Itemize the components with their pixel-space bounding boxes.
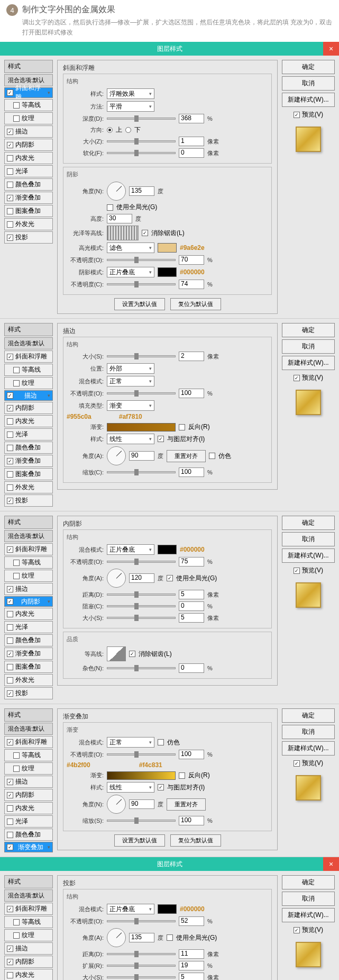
style-outer-glow[interactable]: 外发光 xyxy=(4,218,53,230)
ok-button[interactable]: 确定 xyxy=(282,516,335,530)
dir-up-radio[interactable] xyxy=(107,127,113,133)
angle-dial[interactable] xyxy=(107,446,126,465)
blend-options[interactable]: 混合选项:默认 xyxy=(4,337,53,349)
checkbox[interactable] xyxy=(7,182,13,188)
angle-dial[interactable] xyxy=(107,928,126,947)
style-inner-shadow[interactable]: 内阴影 xyxy=(4,789,53,801)
style-contour[interactable]: 等高线 xyxy=(4,99,53,111)
ok-button[interactable]: 确定 xyxy=(282,875,335,889)
global-light-checkbox[interactable] xyxy=(167,934,173,941)
style-inner-shadow[interactable]: 内阴影 xyxy=(4,139,53,151)
style-drop-shadow[interactable]: 投影 xyxy=(4,687,53,699)
opacity-input[interactable]: 75 xyxy=(179,557,204,567)
noise-input[interactable]: 0 xyxy=(179,663,204,673)
opacity-input[interactable]: 100 xyxy=(179,750,204,759)
close-icon[interactable]: × xyxy=(323,857,339,871)
checkbox[interactable] xyxy=(7,168,13,175)
dither-checkbox[interactable] xyxy=(158,739,164,745)
global-light-checkbox[interactable] xyxy=(167,575,173,581)
align-layer-checkbox[interactable] xyxy=(158,784,164,790)
dir-down-radio[interactable] xyxy=(125,127,131,133)
angle-dial[interactable] xyxy=(107,182,126,201)
shadow-mode-select[interactable]: 正片叠底 xyxy=(107,267,154,277)
style-grad-overlay[interactable]: 渐变叠加 xyxy=(4,648,53,660)
depth-slider[interactable] xyxy=(107,118,176,120)
style-grad-overlay[interactable]: 渐变叠加 xyxy=(4,192,53,204)
global-light-checkbox[interactable] xyxy=(107,204,113,211)
style-texture[interactable]: 纹理 xyxy=(4,570,53,582)
style-bevel[interactable]: 斜面和浮雕 xyxy=(4,903,53,915)
distance-slider[interactable] xyxy=(107,594,176,596)
style-satin[interactable]: 光泽 xyxy=(4,621,53,633)
opacity-slider[interactable] xyxy=(107,753,176,756)
position-select[interactable]: 外部 xyxy=(107,363,154,374)
style-inner-glow[interactable]: 内发光 xyxy=(4,802,53,814)
checkbox[interactable] xyxy=(13,102,20,109)
style-bevel[interactable]: 斜面和浮雕 xyxy=(4,736,53,748)
style-inner-glow[interactable]: 内发光 xyxy=(4,415,53,427)
blend-options[interactable]: 混合选项:默认 xyxy=(4,889,53,902)
blend-mode-select[interactable]: 正常 xyxy=(107,376,154,386)
cancel-button[interactable]: 取消 xyxy=(282,892,335,906)
preview-checkbox[interactable] xyxy=(294,112,300,118)
opacity-input[interactable]: 100 xyxy=(179,389,204,398)
checkbox[interactable] xyxy=(7,195,13,201)
style-patt-overlay[interactable]: 图案叠加 xyxy=(4,205,53,217)
style-outer-glow[interactable]: 外发光 xyxy=(4,481,53,493)
style-texture[interactable]: 纹理 xyxy=(4,377,53,389)
style-bevel[interactable]: 斜面和浮雕 xyxy=(4,87,53,98)
style-satin[interactable]: 光泽 xyxy=(4,428,53,440)
scale-input[interactable]: 100 xyxy=(179,816,204,825)
set-default-button[interactable]: 设置为默认值 xyxy=(114,834,165,847)
angle-dial[interactable] xyxy=(107,569,126,588)
gloss-contour[interactable] xyxy=(107,226,139,240)
cancel-button[interactable]: 取消 xyxy=(282,339,335,354)
new-style-button[interactable]: 新建样式(W)... xyxy=(282,908,335,922)
style-stroke[interactable]: 描边 xyxy=(4,583,53,595)
blend-mode-select[interactable]: 正片叠底 xyxy=(107,544,154,555)
dither-checkbox[interactable] xyxy=(209,453,215,459)
preview-checkbox[interactable] xyxy=(294,760,300,767)
shadow-color[interactable] xyxy=(158,267,177,277)
soften-input[interactable]: 0 xyxy=(179,148,204,158)
close-icon[interactable]: × xyxy=(323,42,339,56)
checkbox[interactable] xyxy=(7,89,13,96)
choke-slider[interactable] xyxy=(107,605,176,607)
antialias-checkbox[interactable] xyxy=(142,230,148,236)
style-texture[interactable]: 纹理 xyxy=(4,762,53,775)
cancel-button[interactable]: 取消 xyxy=(282,532,335,546)
style-inner-shadow[interactable]: 内阴影 xyxy=(4,402,53,414)
grad-style-select[interactable]: 线性 xyxy=(107,782,154,793)
opacity-slider[interactable] xyxy=(107,561,176,563)
cancel-button[interactable]: 取消 xyxy=(282,725,335,739)
style-stroke[interactable]: 描边 xyxy=(4,776,53,788)
size-input[interactable]: 1 xyxy=(179,137,204,146)
technique-select[interactable]: 平滑 xyxy=(107,101,154,112)
style-patt-overlay[interactable]: 图案叠加 xyxy=(4,468,53,480)
new-style-button[interactable]: 新建样式(W)... xyxy=(282,356,335,370)
highlight-opacity-slider[interactable] xyxy=(107,259,176,261)
style-contour[interactable]: 等高线 xyxy=(4,364,53,376)
style-contour[interactable]: 等高线 xyxy=(4,556,53,569)
preview-checkbox[interactable] xyxy=(294,568,300,574)
style-contour[interactable]: 等高线 xyxy=(4,749,53,761)
style-stroke[interactable]: 描边 xyxy=(4,942,53,955)
style-grad-overlay[interactable]: 渐变叠加 xyxy=(4,455,53,467)
soften-slider[interactable] xyxy=(107,152,176,154)
style-color-overlay[interactable]: 颜色叠加 xyxy=(4,829,53,841)
reset-align-button[interactable]: 重置对齐 xyxy=(167,798,206,811)
angle-input[interactable]: 120 xyxy=(129,573,154,583)
depth-input[interactable]: 368 xyxy=(179,114,204,123)
highlight-mode-select[interactable]: 滤色 xyxy=(107,242,154,253)
style-stroke[interactable]: 描边 xyxy=(4,125,53,138)
style-inner-shadow[interactable]: 内阴影 xyxy=(4,956,53,968)
style-grad-overlay[interactable]: 渐变叠加 xyxy=(4,842,53,852)
new-style-button[interactable]: 新建样式(W)... xyxy=(282,549,335,563)
checkbox[interactable] xyxy=(13,115,20,122)
ok-button[interactable]: 确定 xyxy=(282,323,335,337)
opacity-slider[interactable] xyxy=(107,920,176,922)
distance-input[interactable]: 5 xyxy=(179,590,204,599)
style-inner-glow[interactable]: 内发光 xyxy=(4,152,53,164)
reset-align-button[interactable]: 重置对齐 xyxy=(167,450,206,462)
size-input[interactable]: 5 xyxy=(179,613,204,623)
